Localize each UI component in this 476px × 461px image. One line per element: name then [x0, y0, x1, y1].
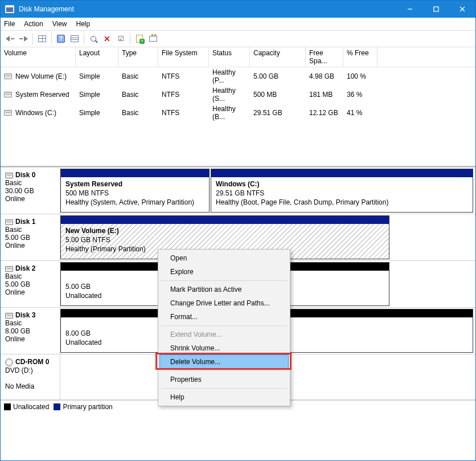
legend-primary-swatch [54, 403, 60, 410]
volume-list-header: Volume Layout Type File System Status Ca… [1, 47, 475, 67]
disk-icon [5, 266, 13, 272]
context-item[interactable]: Help [160, 390, 288, 404]
delete-icon[interactable]: ✕ [101, 33, 113, 44]
context-menu: OpenExploreMark Partition as ActiveChang… [158, 249, 290, 406]
legend-unallocated-swatch [4, 403, 11, 410]
partition[interactable]: System Reserved500 MB NTFSHealthy (Syste… [60, 169, 210, 213]
col-capacity[interactable]: Capacity [250, 47, 306, 67]
toolbar: ? ✕ ☑ [1, 30, 475, 47]
title-bar: Disk Management [1, 1, 475, 18]
context-item[interactable]: Open [160, 251, 288, 265]
col-free-space[interactable]: Free Spa... [306, 47, 343, 67]
context-item[interactable]: Shrink Volume... [160, 341, 288, 355]
maximize-button[interactable] [423, 1, 449, 18]
context-item[interactable]: Delete Volume... [160, 355, 288, 369]
help-icon[interactable]: ? [55, 33, 67, 44]
disk-label[interactable]: Disk 0Basic30.00 GBOnline [1, 168, 60, 214]
forward-button[interactable] [18, 33, 29, 44]
menu-action[interactable]: Action [24, 20, 43, 28]
col-layout[interactable]: Layout [76, 47, 118, 67]
context-item[interactable]: Explore [160, 265, 288, 279]
volume-icon [4, 92, 12, 97]
context-item: Extend Volume... [160, 328, 288, 341]
volume-icon [4, 110, 12, 116]
menu-bar: File Action View Help [1, 18, 475, 30]
col-status[interactable]: Status [209, 47, 250, 67]
col-pct-free[interactable]: % Free [343, 47, 377, 67]
context-item[interactable]: Change Drive Letter and Paths... [160, 296, 288, 310]
rescan-icon[interactable] [88, 33, 99, 44]
context-item[interactable]: Mark Partition as Active [160, 283, 288, 296]
back-button[interactable] [4, 33, 15, 44]
volume-icon [4, 74, 12, 79]
col-filesystem[interactable]: File System [158, 47, 209, 67]
col-type[interactable]: Type [118, 47, 158, 67]
show-table-icon[interactable] [36, 33, 48, 44]
close-button[interactable] [449, 1, 475, 18]
window-title: Disk Management [19, 5, 397, 13]
menu-help[interactable]: Help [76, 20, 91, 28]
minimize-button[interactable] [397, 1, 423, 18]
properties-icon[interactable]: ☑ [115, 33, 126, 44]
disk-icon [5, 219, 13, 225]
cdrom-icon [5, 358, 13, 366]
volume-row[interactable]: System Reserved SimpleBasicNTFS Healthy … [1, 85, 475, 104]
col-volume[interactable]: Volume [1, 47, 76, 67]
partition[interactable]: Windows (C:)29.51 GB NTFSHealthy (Boot, … [211, 169, 473, 213]
volume-list: Volume Layout Type File System Status Ca… [1, 47, 475, 167]
svg-rect-1 [434, 7, 438, 11]
disk-label[interactable]: Disk 3Basic8.00 GBOnline [1, 308, 60, 354]
volume-row[interactable]: New Volume (E:) SimpleBasicNTFS Healthy … [1, 67, 475, 85]
disk-mgmt-icon [5, 5, 14, 13]
menu-file[interactable]: File [4, 20, 15, 28]
volume-row[interactable]: Windows (C:) SimpleBasicNTFS Healthy (B.… [1, 104, 475, 122]
menu-view[interactable]: View [52, 20, 67, 28]
disk-icon [5, 313, 13, 319]
new-volume-icon[interactable] [134, 33, 145, 44]
context-item[interactable]: Format... [160, 310, 288, 324]
disk-label[interactable]: Disk 2Basic5.00 GBOnline [1, 261, 60, 307]
disk-icon [5, 173, 13, 178]
context-item[interactable]: Properties [160, 373, 288, 386]
disk-label[interactable]: Disk 1Basic5.00 GBOnline [1, 214, 60, 260]
disk-row: Disk 0Basic30.00 GBOnlineSystem Reserved… [1, 168, 475, 214]
list-view-icon[interactable] [69, 33, 80, 44]
settings-icon[interactable] [147, 33, 159, 44]
